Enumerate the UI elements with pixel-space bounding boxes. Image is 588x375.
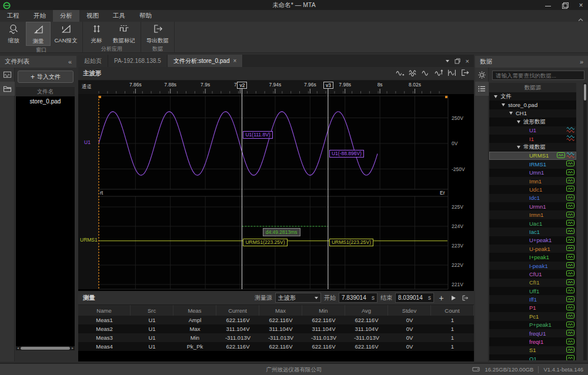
float-window-icon[interactable] <box>455 56 460 66</box>
column-header-name[interactable]: Name <box>78 305 131 316</box>
wave-range-icon[interactable] <box>447 68 456 79</box>
wave-file-icon[interactable] <box>0 68 15 82</box>
tree-item-Imn1[interactable]: Imn1 <box>489 177 576 185</box>
tree-item-U+peak1[interactable]: U+peak1 <box>489 236 576 245</box>
expander-icon[interactable] <box>509 112 513 115</box>
tree-item-常规数据[interactable]: 常规数据 <box>489 143 576 151</box>
menu-item-5[interactable]: 帮助 <box>132 10 159 22</box>
expander-icon[interactable] <box>494 95 497 98</box>
column-header-current[interactable]: Current <box>216 305 259 316</box>
table-row[interactable]: Meas4U1Pk_Pk622.116V622.116V622.116V622.… <box>78 342 474 351</box>
tree-item-store_0.pad[interactable]: store_0.pad <box>489 101 576 109</box>
start-time-input[interactable]: 7.839014 s <box>339 293 377 303</box>
expander-icon[interactable] <box>502 103 505 106</box>
tree-item-Idc1[interactable]: Idc1 <box>489 194 576 202</box>
scrollbar-thumb[interactable] <box>584 84 586 101</box>
tree-item-CfI1[interactable]: CfI1 <box>489 279 576 287</box>
zoom-search-button[interactable]: 缩放 <box>1 22 26 46</box>
export-data-button[interactable]: 导出数据 <box>142 22 173 45</box>
menu-item-2[interactable]: 分析 <box>53 10 79 22</box>
tree-item-freqI1[interactable]: freqI1 <box>489 337 576 346</box>
data-search-input[interactable] <box>492 71 584 80</box>
tree-item-Irmn1[interactable]: Irmn1 <box>489 210 576 219</box>
vertical-scrollbar[interactable] <box>583 83 587 360</box>
expand-panel-icon[interactable]: » <box>580 58 583 65</box>
scroll-right-icon[interactable]: ▸ <box>71 346 75 350</box>
tree-item-CfU1[interactable]: CfU1 <box>489 270 576 278</box>
tree-item-Q1[interactable]: Q1 <box>489 354 576 360</box>
waveform-plot[interactable]: 通道7.86s7.88s7.9s7.92s7.94s7.96s7.98s8s8.… <box>78 81 474 291</box>
tree-item-Iac1[interactable]: Iac1 <box>489 227 576 236</box>
tree-item-Urmn1[interactable]: Urmn1 <box>489 202 576 210</box>
export-wave-icon[interactable] <box>460 68 469 79</box>
tree-item-波形数据[interactable]: 波形数据 <box>489 118 576 126</box>
tree-item-Umn1[interactable]: Umn1 <box>489 169 576 177</box>
file-list-item[interactable]: store_0.pad <box>16 96 75 106</box>
tree-item-P1[interactable]: P1 <box>489 304 576 312</box>
tree-item-U-peak1[interactable]: U-peak1 <box>489 245 576 253</box>
channel-label-u1[interactable]: U1 <box>84 139 91 145</box>
close-pane-icon[interactable]: × <box>466 58 469 65</box>
tab-0[interactable]: 起始页 <box>78 55 108 67</box>
single-wave-icon[interactable] <box>422 68 430 79</box>
export-measure-button[interactable] <box>460 293 469 302</box>
cursor-button[interactable]: 光标 <box>84 22 109 45</box>
menu-item-4[interactable]: 工具 <box>106 10 132 22</box>
scrollbar-thumb[interactable] <box>21 347 70 350</box>
wave-marker-icon[interactable] <box>435 68 443 79</box>
cursor-flag-v3[interactable]: v3 <box>323 82 333 89</box>
table-row[interactable]: Meas1U1Ampl622.116V622.116V622.116V622.1… <box>78 316 474 324</box>
restore-button[interactable] <box>561 2 568 9</box>
tree-item-Udc1[interactable]: Udc1 <box>489 185 576 193</box>
horizontal-scrollbar[interactable]: ◂ ▸ <box>16 346 75 350</box>
end-time-input[interactable]: 8.039014 s <box>395 293 434 303</box>
import-file-button[interactable]: + 导入文件 <box>18 71 74 83</box>
data-mark-button[interactable]: 数据标记 <box>109 22 139 45</box>
tree-item-Uac1[interactable]: Uac1 <box>489 219 576 227</box>
table-row[interactable]: Meas3U1Min-311.013V-311.013V-311.013V-31… <box>78 333 474 342</box>
tree-item-I+peak1[interactable]: I+peak1 <box>489 253 576 261</box>
tree-item-Uff1[interactable]: Uff1 <box>489 287 576 295</box>
add-measure-button[interactable]: + <box>437 293 446 302</box>
tree-item-I-peak1[interactable]: I-peak1 <box>489 262 576 270</box>
tree-item-P+peak1[interactable]: P+peak1 <box>489 321 576 329</box>
menu-item-1[interactable]: 开始 <box>26 10 53 22</box>
gear-icon[interactable] <box>475 68 489 82</box>
tree-item-Iff1[interactable]: Iff1 <box>489 295 576 303</box>
tree-item-Pc1[interactable]: Pc1 <box>489 312 576 320</box>
measure-source-select[interactable]: 主波形 <box>275 293 321 303</box>
minimize-button[interactable] <box>544 2 552 9</box>
cursor-flag-v2[interactable]: v2 <box>237 82 247 89</box>
expander-icon[interactable] <box>517 120 520 123</box>
close-tab-icon[interactable]: × <box>233 58 237 64</box>
list-icon[interactable] <box>475 82 489 96</box>
waveform-canvas[interactable] <box>78 81 474 291</box>
collapse-panel-icon[interactable]: « <box>68 58 72 65</box>
column-header-min[interactable]: Min <box>302 305 345 316</box>
scroll-left-icon[interactable]: ◂ <box>16 346 20 350</box>
column-header-max[interactable]: Max <box>259 305 302 316</box>
menu-item-0[interactable]: 工程 <box>0 10 26 22</box>
tree-item-CH1[interactable]: CH1 <box>489 109 576 118</box>
folder-icon[interactable] <box>0 82 15 96</box>
expander-icon[interactable] <box>517 146 520 149</box>
column-header-meas[interactable]: Meas <box>173 305 216 316</box>
tree-item-freqU1[interactable]: freqU1 <box>489 329 576 337</box>
multi-wave-icon[interactable] <box>409 68 417 79</box>
close-button[interactable]: × <box>577 2 584 9</box>
column-header-src[interactable]: Src <box>131 305 173 316</box>
column-header-stdev[interactable]: Stdev <box>388 305 431 316</box>
column-header-avg[interactable]: Avg <box>345 305 388 316</box>
tree-item-IRMS1[interactable]: IRMS1 <box>489 160 576 168</box>
tree-item-文件[interactable]: 文件 <box>489 92 576 101</box>
measure-button[interactable]: 测量 <box>26 22 51 46</box>
column-header-count[interactable]: Count <box>431 305 474 316</box>
tab-1[interactable]: PA-192.168.138.5 <box>108 55 168 67</box>
collapse-ribbon-icon[interactable] <box>578 14 583 17</box>
fit-wave-icon[interactable] <box>396 68 405 79</box>
run-measure-button[interactable] <box>449 293 457 302</box>
tab-list-dropdown-icon[interactable] <box>446 60 449 62</box>
tab-2[interactable]: 文件分析:store_0.pad× <box>168 55 243 67</box>
tree-item-I1[interactable]: I1 <box>489 135 576 143</box>
tree-item-S1[interactable]: S1 <box>489 346 576 354</box>
